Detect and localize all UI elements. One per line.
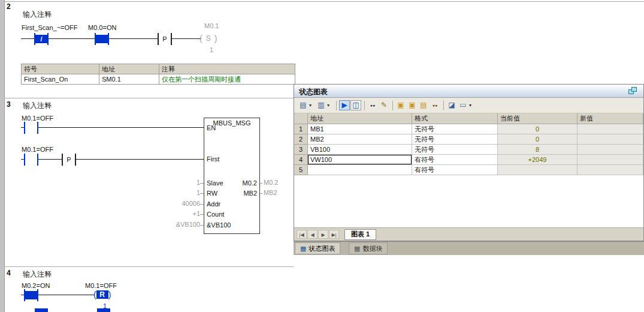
table-row: 3 VB100 无符号 8 — [294, 145, 643, 155]
table-icon: ▦ — [300, 245, 306, 252]
rw-value: 1 — [144, 189, 200, 197]
new-value-cell[interactable] — [578, 155, 643, 165]
row-number[interactable]: 3 — [294, 145, 308, 155]
row-number[interactable]: 4 — [294, 155, 308, 165]
contact-bar — [37, 289, 38, 301]
block-input-rw: RW — [207, 190, 217, 197]
read-all-icon[interactable]: ●● — [367, 100, 378, 110]
format-cell[interactable]: 无符号 — [412, 134, 498, 145]
no-contact-m01[interactable] — [24, 122, 38, 134]
address-cell[interactable]: MB2 — [308, 134, 412, 145]
format-header: 格式 — [412, 113, 498, 124]
contact-m00-label: M0.0=ON — [88, 24, 116, 32]
unforce-all-icon[interactable]: ▤ — [418, 100, 429, 110]
options-dropdown-icon[interactable]: ▾ — [469, 103, 474, 108]
param-tick — [200, 183, 204, 184]
sheet-tab-chart1[interactable]: 图表 1 — [344, 229, 376, 240]
sort-chart-icon[interactable]: ▤ — [298, 100, 309, 110]
float-window-icon[interactable] — [628, 87, 637, 95]
partial-contact[interactable] — [35, 308, 48, 312]
dock-tab-label: 状态图表 — [309, 244, 335, 253]
coil-symbol: R — [96, 290, 108, 299]
contact-powered-fill — [25, 291, 37, 299]
row-number[interactable]: 5 — [294, 165, 308, 175]
rung-wire — [21, 127, 204, 128]
new-value-cell[interactable] — [578, 145, 643, 155]
read-forced-icon[interactable]: ●● — [430, 100, 440, 110]
status-chart-titlebar[interactable]: 状态图表 — [294, 85, 643, 98]
no-contact-m02[interactable] — [24, 289, 38, 301]
chart-sheet-tabstrip: |◀ ◀ ▶ ▶| 图表 1 — [294, 227, 643, 241]
network-2-comment[interactable]: 输入注释 — [23, 10, 52, 20]
address-cell[interactable]: MB1 — [308, 124, 412, 134]
positive-edge-contact[interactable]: P — [158, 33, 172, 45]
row-number[interactable]: 1 — [294, 124, 308, 134]
sort-dropdown-icon[interactable]: ▾ — [309, 103, 315, 108]
format-cell[interactable]: 有符号 — [412, 165, 498, 175]
contact-bar — [75, 154, 76, 166]
current-value-header: 当前值 — [498, 113, 578, 124]
first-sheet-button[interactable]: |◀ — [297, 230, 307, 239]
new-value-cell[interactable] — [578, 124, 643, 134]
mbus-msg-block[interactable]: MBUS_MSG EN First Slave RW Addr Count &V… — [204, 118, 260, 234]
address-cell-selected[interactable]: VW100 — [308, 155, 412, 165]
unforce-icon[interactable]: ▣ — [407, 100, 418, 110]
dock-tab-status-chart[interactable]: ▦ 状态图表 — [295, 242, 340, 254]
pause-trend-icon[interactable]: ◫ — [350, 100, 361, 110]
network-4-number: 4 — [7, 269, 11, 277]
symbol-table-row: First_Scan_On SM0.1 仅在第一个扫描周期时接通 — [22, 74, 295, 85]
network-4-comment[interactable]: 输入注释 — [23, 269, 52, 280]
prev-sheet-button[interactable]: ◀ — [307, 230, 318, 239]
current-value-cell: 0 — [498, 134, 578, 145]
dock-tab-label: 数据块 — [362, 244, 382, 253]
block-output-error: MB2 — [243, 190, 257, 197]
last-sheet-button[interactable]: ▶| — [329, 230, 339, 239]
block-input-first: First — [207, 155, 219, 163]
address-header: 地址 — [99, 64, 159, 74]
new-value-cell[interactable] — [578, 134, 643, 145]
table-row: 4 VW100 有符号 +2049 — [294, 155, 643, 165]
format-cell[interactable]: 无符号 — [412, 124, 498, 134]
contact-gap — [25, 124, 37, 132]
count-value: +1 — [144, 210, 200, 218]
force-icon[interactable]: ▣ — [395, 100, 406, 110]
chart-status-on-icon[interactable]: ▶ — [339, 100, 350, 110]
insert-column-icon[interactable]: ▥ — [316, 100, 326, 110]
next-sheet-button[interactable]: ▶ — [318, 230, 328, 239]
current-value-cell: 0 — [498, 124, 578, 134]
address-cell[interactable] — [308, 165, 412, 175]
options-icon[interactable]: ▭ — [458, 100, 468, 110]
write-all-icon[interactable]: ✎ — [379, 100, 389, 110]
no-contact-m01[interactable] — [24, 154, 38, 166]
reset-coil[interactable]: ( R ) — [93, 289, 111, 301]
partial-contact[interactable] — [97, 308, 110, 312]
table-header-row: 地址 格式 当前值 新值 — [294, 113, 643, 124]
contact-bar — [37, 122, 38, 134]
insert-dropdown-icon[interactable]: ▾ — [327, 103, 332, 108]
dataptr-value: &VB100 — [144, 221, 200, 229]
table-empty-area — [294, 175, 643, 227]
new-value-cell[interactable] — [578, 165, 643, 175]
toolbar-separator — [392, 101, 393, 110]
format-cell[interactable]: 无符号 — [412, 145, 498, 155]
block-input-addr: Addr — [207, 200, 220, 208]
status-chart-table: 地址 格式 当前值 新值 1 MB1 无符号 0 2 MB2 无符号 0 3 — [294, 113, 643, 175]
trend-view-icon[interactable]: ◪ — [446, 100, 457, 110]
positive-edge-contact[interactable]: P — [62, 154, 76, 166]
network-separator — [4, 98, 294, 98]
param-tick — [200, 225, 204, 226]
param-tick — [259, 183, 262, 184]
network-2-number: 2 — [7, 2, 11, 11]
set-coil[interactable]: ( S ) — [199, 32, 217, 44]
no-contact-m00[interactable] — [95, 33, 109, 45]
address-cell[interactable]: VB100 — [308, 145, 412, 155]
network-3-comment[interactable]: 输入注释 — [23, 101, 52, 111]
symbol-table-header: 符号 地址 注释 — [22, 64, 295, 74]
block-input-dataptr: &VB100 — [207, 221, 231, 229]
current-value-cell — [498, 165, 578, 175]
row-number[interactable]: 2 — [294, 134, 308, 145]
format-cell[interactable]: 有符号 — [412, 155, 498, 165]
dock-tab-data-block[interactable]: ▦ 数据块 — [349, 242, 388, 254]
nc-contact-first-scan[interactable]: / — [34, 33, 49, 45]
current-value-cell: 8 — [498, 145, 578, 155]
